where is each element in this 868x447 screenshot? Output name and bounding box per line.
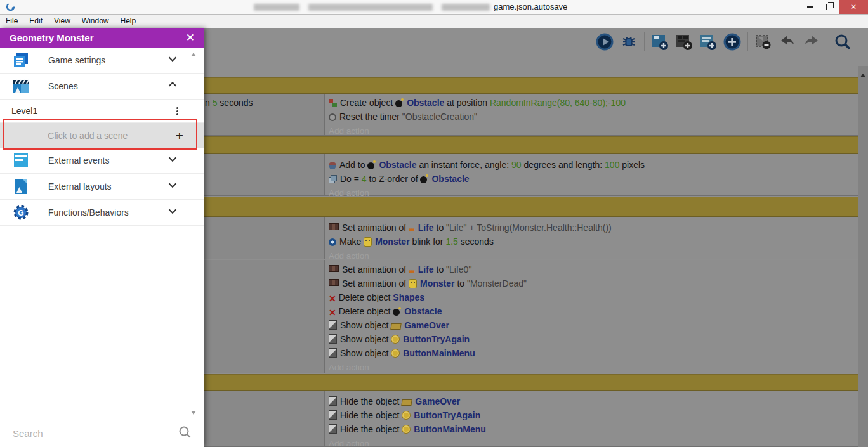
toolbar <box>589 30 858 53</box>
toolbar-debug-icon[interactable] <box>620 33 638 51</box>
blink-icon <box>329 238 336 246</box>
actions-column[interactable]: Set animation of •••Life to "Life" + ToS… <box>324 217 858 259</box>
event-action[interactable]: Do = 4 to Z-order of Obstacle <box>329 172 858 186</box>
actions-column[interactable]: Hide the object GameOverHide the object … <box>324 391 858 446</box>
menu-item-help[interactable]: Help <box>115 15 142 28</box>
text-plain: Reset the timer <box>339 112 402 122</box>
button-icon <box>391 335 400 344</box>
text-obj: Obstacle <box>431 174 469 184</box>
kebab-menu-icon[interactable] <box>176 107 178 115</box>
text-str: "MonsterDead" <box>467 278 527 288</box>
text-obj: Obstacle <box>404 306 442 316</box>
menu-item-view[interactable]: View <box>48 15 76 28</box>
visibility-icon <box>329 348 337 358</box>
event-action[interactable]: Set animation of •••Life to "Life" + ToS… <box>329 221 858 235</box>
event-action[interactable]: Set animation of •••Life to "Life0" <box>329 262 858 276</box>
chevron-down-icon[interactable] <box>166 152 180 169</box>
toolbar-play-icon[interactable] <box>596 33 614 51</box>
scroll-up-icon[interactable] <box>860 74 865 77</box>
text-plain: Show object <box>340 348 391 358</box>
toolbar-add-comment-icon[interactable] <box>699 33 717 51</box>
toolbar-redo-icon[interactable] <box>803 33 820 51</box>
visibility-icon <box>329 424 337 434</box>
external-layouts-icon <box>11 177 30 196</box>
text-obj: Obstacle <box>407 98 444 108</box>
menu-item-window[interactable]: Window <box>76 15 115 28</box>
delete-icon: ✕ <box>329 306 336 318</box>
toolbar-add-sub-event-icon[interactable] <box>675 33 693 51</box>
text-plain: blink for <box>410 236 446 247</box>
menu-item-edit[interactable]: Edit <box>23 15 48 28</box>
search-input[interactable] <box>11 425 173 441</box>
button-icon <box>402 425 411 434</box>
chevron-up-icon[interactable] <box>166 78 180 94</box>
text-plain: Hide the object <box>340 424 402 434</box>
visibility-icon <box>329 396 337 406</box>
event-action[interactable]: Reset the timer "ObstacleCreation" <box>329 110 858 124</box>
event-action[interactable]: Make Monster blink for 1.5 seconds <box>329 235 858 249</box>
sidebar-item-external-events[interactable]: External events <box>0 148 204 174</box>
event-action[interactable]: Add to Obstacle an instant force, angle:… <box>329 158 858 172</box>
event-action[interactable]: Show object GameOver <box>329 318 858 332</box>
text-plain: Create object <box>340 98 395 108</box>
event-action[interactable]: Hide the object ButtonMainMenu <box>329 422 858 436</box>
text-plain: Set animation of <box>342 264 409 275</box>
panel-items: Game settingsScenesLevel1Click to add a … <box>0 48 204 226</box>
text-plain: Hide the object <box>340 396 402 406</box>
scene-item-level1[interactable]: Level1 <box>0 100 204 123</box>
monster-icon <box>409 279 417 288</box>
text-param: 4 <box>362 174 367 184</box>
sidebar-item-functions-behaviors[interactable]: GFunctions/Behaviors <box>0 200 204 226</box>
close-window-button[interactable]: ✕ <box>839 0 868 14</box>
external-events-icon <box>11 151 30 170</box>
text-muted: Add action <box>329 439 369 447</box>
text-obj: ButtonMainMenu <box>414 424 486 434</box>
z-order-icon <box>329 175 337 183</box>
event-action[interactable]: ✕Delete object Shapes <box>329 290 858 304</box>
add-action-link[interactable]: Add action <box>329 436 858 447</box>
event-action[interactable]: ✕Delete object Obstacle <box>329 304 858 318</box>
sidebar-item-external-layouts[interactable]: External layouts <box>0 174 204 200</box>
text-str: "ObstacleCreation" <box>402 112 477 122</box>
add-action-link[interactable]: Add action <box>329 360 858 374</box>
chevron-down-icon[interactable] <box>166 178 180 195</box>
sidebar-search-bar <box>0 418 204 447</box>
bomb-icon <box>367 162 374 169</box>
chevron-down-icon[interactable] <box>166 52 180 68</box>
restore-button[interactable] <box>820 0 839 14</box>
toolbar-search-icon[interactable] <box>834 33 852 51</box>
main-scrollbar[interactable] <box>858 66 868 447</box>
toolbar-undo-icon[interactable] <box>779 33 796 51</box>
minimize-button[interactable] <box>801 0 820 14</box>
actions-column[interactable]: Set animation of •••Life to "Life0"Set a… <box>324 260 858 373</box>
event-action[interactable]: Set animation of Monster to "MonsterDead… <box>329 276 858 290</box>
event-action[interactable]: Show object ButtonMainMenu <box>329 346 858 360</box>
actions-column[interactable]: Create object Obstacle at position Rando… <box>324 94 858 135</box>
toolbar-add-plus-icon[interactable] <box>723 33 741 51</box>
event-action[interactable]: Hide the object GameOver <box>329 394 858 408</box>
event-action[interactable]: Hide the object ButtonTryAgain <box>329 408 858 422</box>
sidebar-item-game-settings[interactable]: Game settings <box>0 48 204 74</box>
add-action-link[interactable]: Add action <box>329 124 858 138</box>
chevron-down-icon[interactable] <box>166 204 180 221</box>
menu-item-file[interactable]: File <box>0 15 23 28</box>
event-action[interactable]: Create object Obstacle at position Rando… <box>329 96 858 110</box>
add-scene-button[interactable]: Click to add a scene+ <box>0 123 204 148</box>
sidebar-item-label: External layouts <box>48 181 166 191</box>
text-plain: Delete object <box>339 292 393 302</box>
plus-icon: + <box>176 128 183 143</box>
text-plain: at position <box>444 98 490 108</box>
text-obj: ButtonMainMenu <box>403 348 475 358</box>
toolbar-remove-event-icon[interactable] <box>754 33 772 51</box>
toolbar-add-event-icon[interactable] <box>651 33 669 51</box>
sidebar-scroll-up-icon[interactable] <box>191 53 196 56</box>
text-plain: Add to <box>339 160 367 170</box>
sidebar-item-scenes[interactable]: Scenes <box>0 74 204 100</box>
sidebar-scroll-down-icon[interactable] <box>191 411 196 415</box>
add-scene-label: Click to add a scene <box>0 131 176 141</box>
text-plain: Make <box>339 236 364 247</box>
event-action[interactable]: Show object ButtonTryAgain <box>329 332 858 346</box>
actions-column[interactable]: Add to Obstacle an instant force, angle:… <box>324 154 858 195</box>
close-panel-button[interactable]: ✕ <box>186 31 195 44</box>
text-plain: to <box>434 223 446 233</box>
